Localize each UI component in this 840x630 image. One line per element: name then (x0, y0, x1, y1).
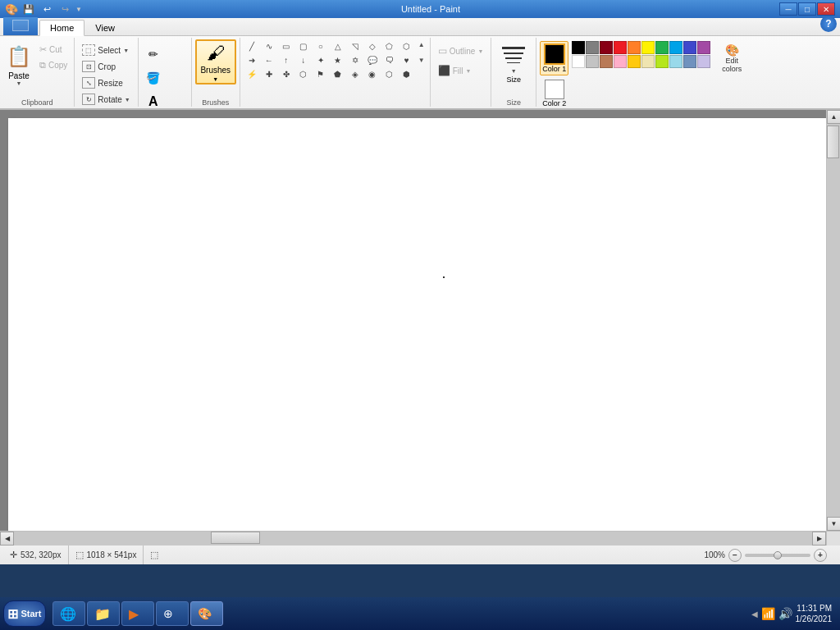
zoom-out-button[interactable]: − (728, 549, 742, 562)
color-purple[interactable] (697, 41, 710, 54)
shape-misc4[interactable]: ⬢ (399, 67, 415, 80)
color-indigo[interactable] (683, 41, 696, 54)
size-dropdown[interactable]: ▼ (511, 68, 517, 74)
select-dropdown[interactable]: ▼ (123, 48, 129, 53)
paint-menu-button[interactable] (3, 16, 38, 35)
color-gold[interactable] (628, 55, 641, 68)
rotate-dropdown[interactable]: ▼ (125, 97, 130, 103)
quick-access-undo[interactable]: ↩ (39, 2, 54, 16)
color-pink[interactable] (614, 55, 627, 68)
shape-curve[interactable]: ∿ (261, 39, 277, 52)
color-yellow[interactable] (641, 41, 655, 54)
tray-icon-volume[interactable]: 🔊 (778, 607, 792, 620)
shape-arrow4[interactable]: ✤ (278, 67, 294, 80)
canvas-area[interactable] (0, 110, 826, 531)
tab-view[interactable]: View (84, 20, 126, 35)
shape-arrow-u[interactable]: ↑ (278, 53, 294, 66)
crop-button[interactable]: ⊡ Crop (78, 59, 134, 74)
scroll-track-h[interactable] (14, 532, 812, 546)
color-light-blue[interactable] (669, 55, 682, 68)
shape-arrow-d[interactable]: ↓ (295, 53, 312, 66)
scroll-left-button[interactable]: ◀ (0, 532, 14, 546)
color-blue[interactable] (669, 41, 682, 54)
shape-triangle[interactable]: △ (330, 39, 346, 52)
shape-octagon[interactable]: ⬡ (295, 67, 312, 80)
quick-access-dropdown[interactable]: ▼ (75, 6, 82, 13)
shape-plus[interactable]: ✚ (261, 67, 277, 80)
color-red[interactable] (614, 41, 627, 54)
shape-star6[interactable]: ✡ (347, 53, 363, 66)
taskbar-app-chrome[interactable]: ⊕ (156, 601, 189, 626)
shape-misc1[interactable]: ◈ (347, 67, 363, 80)
color-white[interactable] (572, 55, 585, 68)
color-light-gray[interactable] (586, 55, 599, 68)
fill-button[interactable]: 🪣 (142, 66, 165, 89)
scroll-track-v[interactable] (827, 124, 840, 517)
outline-dropdown[interactable]: ▼ (477, 48, 483, 54)
quick-access-redo[interactable]: ↪ (57, 2, 72, 16)
paste-button[interactable]: 📋 Paste ▼ (3, 39, 34, 89)
rotate-button[interactable]: ↻ Rotate ▼ (78, 92, 134, 107)
outline-button[interactable]: ▭ Outline ▼ (434, 43, 488, 59)
shapes-scroll-down[interactable]: ▼ (418, 57, 425, 64)
help-button[interactable]: ? (820, 16, 837, 32)
scroll-thumb-h[interactable] (211, 532, 260, 544)
color-lavender[interactable] (697, 55, 710, 68)
shape-lightning[interactable]: ⚡ (244, 67, 260, 80)
shape-poly[interactable]: ⬟ (330, 67, 346, 80)
scroll-up-button[interactable]: ▲ (827, 110, 840, 124)
maximize-button[interactable]: □ (798, 2, 816, 16)
shape-star5[interactable]: ★ (330, 53, 346, 66)
color1-button[interactable]: Color 1 (540, 41, 568, 75)
copy-button[interactable]: ⧉ Copy (36, 58, 71, 72)
tab-home[interactable]: Home (39, 20, 84, 36)
color-lime[interactable] (655, 55, 669, 68)
shape-flag[interactable]: ⚑ (313, 67, 329, 80)
color2-button[interactable]: Color 2 (540, 77, 568, 110)
resize-button[interactable]: ⤡ Resize (78, 75, 134, 90)
scroll-right-button[interactable]: ▶ (812, 532, 826, 546)
shape-arrow-r[interactable]: ➜ (244, 53, 260, 66)
start-button[interactable]: ⊞ Start (3, 600, 46, 627)
shape-rect-rounded[interactable]: ▢ (295, 39, 312, 52)
color-brown[interactable] (600, 55, 613, 68)
shape-rect[interactable]: ▭ (278, 39, 294, 52)
shape-diamond[interactable]: ◇ (364, 39, 381, 52)
shape-star4[interactable]: ✦ (313, 53, 329, 66)
taskbar-app-ie[interactable]: 🌐 (52, 601, 85, 626)
zoom-in-button[interactable]: + (814, 549, 827, 562)
brushes-dropdown[interactable]: ▼ (212, 76, 218, 82)
fill-button[interactable]: ⬛ Fill ▼ (434, 62, 488, 79)
color-cornflower[interactable] (683, 55, 696, 68)
shapes-scroll-up[interactable]: ▲ (418, 41, 425, 48)
tray-clock[interactable]: 11:31 PM 1/26/2021 (796, 603, 833, 624)
edit-colors-button[interactable]: 🎨 Edit colors (714, 41, 750, 75)
color-cream[interactable] (641, 55, 655, 68)
color-dark-red[interactable] (600, 41, 613, 54)
shape-arrow-l[interactable]: ← (261, 53, 277, 66)
shape-callout2[interactable]: 🗨 (381, 53, 398, 66)
size-button[interactable]: ▼ Size (495, 39, 532, 84)
select-button[interactable]: ⬚ Select ▼ (78, 43, 134, 57)
scroll-thumb-v[interactable] (827, 126, 839, 158)
shape-hexagon[interactable]: ⬡ (399, 39, 415, 52)
shape-misc2[interactable]: ◉ (364, 67, 381, 80)
color-orange[interactable] (628, 41, 641, 54)
zoom-thumb[interactable] (774, 551, 782, 559)
cut-button[interactable]: ✂ Cut (36, 43, 71, 57)
fill-dropdown[interactable]: ▼ (465, 68, 471, 74)
minimize-button[interactable]: ─ (779, 2, 797, 16)
color-gray50[interactable] (586, 41, 599, 54)
tray-icon-network[interactable]: 📶 (761, 607, 775, 620)
pencil-button[interactable]: ✏ (142, 43, 165, 66)
paint-canvas[interactable] (8, 118, 826, 531)
shape-line[interactable]: ╱ (244, 39, 260, 52)
taskbar-app-media[interactable]: ▶ (121, 601, 154, 626)
taskbar-app-explorer[interactable]: 📁 (87, 601, 120, 626)
shape-callout1[interactable]: 💬 (364, 53, 381, 66)
scroll-down-button[interactable]: ▼ (827, 517, 840, 531)
color-green[interactable] (655, 41, 669, 54)
quick-access-save[interactable]: 💾 (21, 2, 36, 16)
paste-dropdown[interactable]: ▼ (16, 80, 22, 86)
brushes-button[interactable]: 🖌 Brushes ▼ (195, 39, 236, 84)
